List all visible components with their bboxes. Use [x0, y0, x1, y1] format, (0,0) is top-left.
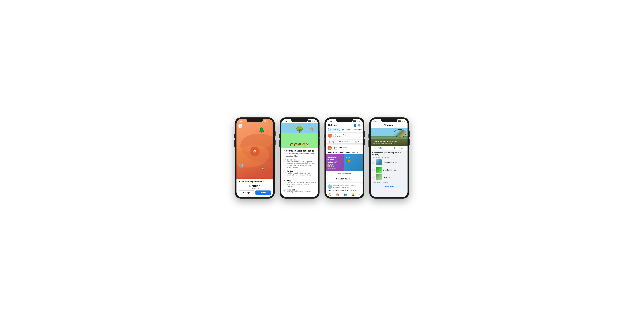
rule-desc-3: Save any comments that don't directly re…	[287, 182, 316, 187]
people-illustration: 🧑👩👦🧑‍🦰🐕	[290, 143, 310, 147]
hero-title: Discover local favorites	[373, 140, 406, 143]
post-header: 🏘️ Beltline Questions ● Beltline ···	[326, 145, 363, 151]
poll-question-2: Whe	[346, 156, 361, 159]
battery-icon: 🔋	[269, 121, 270, 122]
post-location: ● Beltline	[333, 148, 348, 150]
share-input[interactable]: Share something with your neighbors...	[333, 134, 361, 138]
option-image-1	[376, 159, 382, 165]
back-button-4[interactable]: ‹	[373, 124, 374, 127]
mirror-reflection	[394, 130, 406, 137]
option-glenmore[interactable]: Glenmore Reservoir Trail	[372, 159, 406, 165]
rule-4: 4 Keep It Clean If it's vulgar or inflam…	[284, 189, 316, 193]
beltline-title: Beltline	[328, 124, 337, 127]
post2-header: Gabrielle Chiaramonte (Beltline) Yesterd…	[328, 184, 361, 189]
share-box[interactable]: Share something with your neighbors...	[326, 133, 363, 139]
nav-neighborhood[interactable]: 🏘️	[336, 193, 339, 196]
tab-discover[interactable]: 🌐 Discover	[328, 128, 340, 131]
nav-home[interactable]: 🏠	[328, 193, 332, 196]
tab-neighbors[interactable]: 🏘️ Neighbors	[352, 128, 363, 131]
rule-2: 2 Be Kind Help keep this a friendly spac…	[284, 170, 316, 178]
option-nose-hill[interactable]: Nose Hill	[372, 174, 406, 180]
battery-icon-4: 🔋	[404, 121, 405, 122]
groups-label: Groups	[345, 129, 350, 130]
signal-icon-3: ▋▋▋	[353, 121, 356, 122]
notch-1	[246, 119, 263, 122]
rule-3: 3 Keep It Local Save any comments that d…	[284, 180, 316, 187]
see-more-button[interactable]: See 4 More	[372, 184, 406, 188]
nav-people[interactable]: 👥	[344, 193, 347, 196]
mini-avatar-3	[331, 164, 334, 167]
status-icons-3: ▋▋▋ 📶 🔋	[353, 121, 360, 122]
radio-glenmore[interactable]	[372, 161, 375, 164]
post2-more[interactable]: ···	[360, 186, 361, 188]
tab-polls[interactable]: Polls	[371, 146, 389, 150]
welcome-illustration: ‹ 🌳 🏗️ 🧑👩👦🧑‍🦰🐕	[281, 123, 318, 148]
status-icons-2: ▋▋▋ 📶 🔋	[308, 121, 316, 122]
beltline-avatar: 🏘️	[328, 146, 332, 150]
votes-count: 275 votes from neighbors	[372, 182, 406, 183]
rule-content-2: Be Kind Help keep this a friendly space.…	[287, 170, 316, 178]
poll-card-1[interactable]: What is your favorite restaurant? 62 Com…	[326, 154, 344, 171]
poll-action[interactable]: 📊 Poll	[355, 141, 360, 143]
post2-author: Gabrielle Chiaramonte (Beltline)	[333, 185, 356, 187]
option-douglas[interactable]: Douglas Fir Trail	[372, 167, 406, 173]
questions-card: 🏘️ Beltline Questions ● Beltline ··· Sha…	[326, 145, 363, 182]
nav-notifications[interactable]: 🔔	[351, 193, 355, 196]
groups-icon: 👥	[342, 129, 344, 130]
back-button-2[interactable]: ‹	[283, 124, 284, 127]
nav-menu[interactable]: ≡	[359, 193, 361, 196]
feed-scroll[interactable]: 🏘️ Beltline Questions ● Beltline ··· Sha…	[326, 145, 363, 192]
poll-comments: 62 Comments	[328, 167, 343, 169]
poll-question-1: What is your favorite restaurant?	[328, 156, 343, 163]
post2-time: Yesterday at 7:18 PM · 🌐	[333, 187, 356, 188]
tab-questions[interactable]: Questions	[389, 146, 408, 150]
add-comment-button[interactable]: Add a Comment	[328, 172, 361, 176]
help-action[interactable]: 🆘 Help	[328, 141, 334, 143]
see-all-button[interactable]: See All 24 Questions	[328, 177, 361, 181]
user-avatar	[328, 134, 332, 138]
more-options[interactable]: ···	[360, 147, 361, 149]
tree-decoration: 🌲	[258, 127, 265, 133]
change-button[interactable]: Change	[239, 190, 254, 195]
settings-icon[interactable]: ⚙️	[358, 124, 361, 127]
rule-content-1: Be Inclusive Make neighbors feel welcome…	[287, 159, 316, 169]
discover-label: Discover	[332, 129, 338, 130]
wifi-icon: 📶	[267, 121, 268, 122]
status-time-2: 2:04	[284, 120, 287, 122]
radio-douglas[interactable]	[372, 169, 375, 171]
action-buttons: Change Confirm	[239, 190, 271, 195]
phone-2: 2:04 ▋▋▋ 📶 🔋 ‹ 🌳 🏗️ 🧑👩👦🧑‍🦰🐕 Welcome to N…	[280, 117, 320, 199]
notch-2	[291, 119, 308, 122]
signal-icon: ▋▋▋	[264, 121, 266, 122]
post-title: Share Your Thoughts About Beltline	[326, 151, 363, 154]
post2-avatar	[328, 184, 332, 189]
signal-icon-2: ▋▋▋	[308, 121, 311, 122]
notch-4	[381, 119, 398, 122]
poll-avatars-2	[346, 160, 361, 162]
radio-nose-hill[interactable]	[372, 176, 375, 178]
bench-decoration: 🪑	[266, 131, 269, 134]
back-button[interactable]: ‹	[238, 124, 242, 128]
confirm-button[interactable]: Confirm	[256, 190, 271, 195]
neighborhood-name: Beltline	[239, 184, 271, 188]
navigation-tabs: 🌐 Discover 👥 Groups 🏘️ Neighbors	[328, 128, 361, 131]
profile-icon[interactable]: 👤	[353, 124, 356, 127]
map-background: ‹ 🌲 🪑 🏢 🦆 🏠	[236, 123, 273, 179]
neighbors-icon: 🏘️	[354, 129, 356, 130]
discover-title: Discover	[375, 124, 402, 127]
bottom-navigation: 🏠 🏘️ 👥 🔔 ≡	[326, 192, 363, 197]
poll-more-icon[interactable]: ···	[404, 152, 406, 154]
tab-groups[interactable]: 👥 Groups	[341, 128, 352, 131]
poll-cards-row: What is your favorite restaurant? 62 Com…	[326, 154, 363, 171]
rule-num-4: 4	[284, 189, 286, 192]
poll-avatars	[328, 164, 343, 167]
discover-header: ‹ Discover	[371, 123, 408, 128]
option-image-2	[376, 167, 382, 173]
wifi-icon-3: 📶	[357, 121, 358, 122]
recommend-action[interactable]: ❤️ Recommend	[339, 141, 350, 143]
discover-content: What are the best walking trails in Calg…	[371, 150, 408, 197]
poll-card-2[interactable]: Whe	[344, 154, 363, 171]
tree-illustration: 🌳	[296, 126, 304, 133]
discover-tabs: Polls Questions	[371, 146, 408, 150]
rule-title-2: Be Kind	[287, 170, 316, 172]
